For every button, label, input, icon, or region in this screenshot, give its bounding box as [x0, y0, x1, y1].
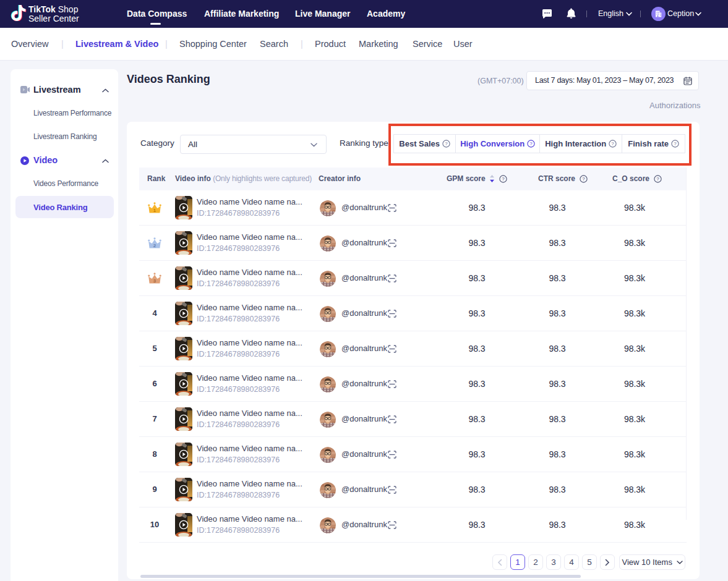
svg-text:1: 1 — [153, 208, 156, 213]
svg-text:2: 2 — [153, 243, 156, 248]
svg-text:3: 3 — [153, 278, 156, 284]
svg-text:?: ? — [502, 176, 505, 182]
svg-text:?: ? — [657, 176, 660, 182]
svg-text:?: ? — [583, 176, 586, 182]
